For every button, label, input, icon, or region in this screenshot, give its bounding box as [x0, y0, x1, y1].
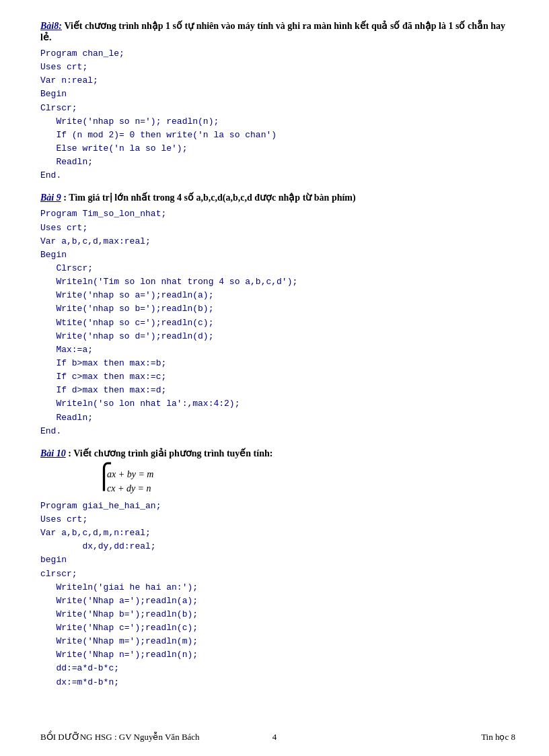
- exercise-10: Bài 10 : Viết chương trình giải phương t…: [40, 448, 515, 689]
- page-content: Bài8: Viết chương trình nhập 1 số tự nhi…: [40, 20, 515, 689]
- exercise-9-title: Bài 9 : Tìm giá trị lớn nhất trong 4 số …: [40, 192, 515, 203]
- ex8-code: Program chan_le; Uses crt; Var n:real; B…: [40, 47, 515, 182]
- exercise-9: Bài 9 : Tìm giá trị lớn nhất trong 4 số …: [40, 192, 515, 438]
- ex10-label: Bài 10: [40, 448, 66, 458]
- ex10-desc: : Viết chương trình giải phương trình tu…: [68, 448, 272, 458]
- math-system: ⎧ ax + by = m cx + dy = n: [104, 467, 153, 495]
- math-brace-icon: ⎧: [95, 465, 113, 489]
- exercise-8-title: Bài8: Viết chương trình nhập 1 số tự nhi…: [40, 20, 515, 43]
- ex8-desc: Viết chương trình nhập 1 số tự nhiên vào…: [40, 21, 505, 42]
- ex9-code: Program Tim_so_lon_nhat; Uses crt; Var a…: [40, 207, 515, 438]
- footer-center: 4: [272, 732, 277, 743]
- ex9-label: Bài 9: [40, 193, 61, 203]
- exercise-8: Bài8: Viết chương trình nhập 1 số tự nhi…: [40, 20, 515, 182]
- footer-left: BỒI DƯỠNG HSG : GV Nguyễn Văn Bách: [40, 732, 200, 743]
- ex8-label: Bài8:: [40, 21, 62, 31]
- exercise-10-title: Bài 10 : Viết chương trình giải phương t…: [40, 448, 515, 459]
- ex10-code: Program giai_he_hai_an; Uses crt; Var a,…: [40, 500, 515, 689]
- footer: BỒI DƯỠNG HSG : GV Nguyễn Văn Bách Tin h…: [40, 732, 515, 743]
- footer-right: Tin học 8: [481, 732, 515, 743]
- ex9-desc: : Tìm giá trị lớn nhất trong 4 số a,b,c,…: [63, 193, 355, 203]
